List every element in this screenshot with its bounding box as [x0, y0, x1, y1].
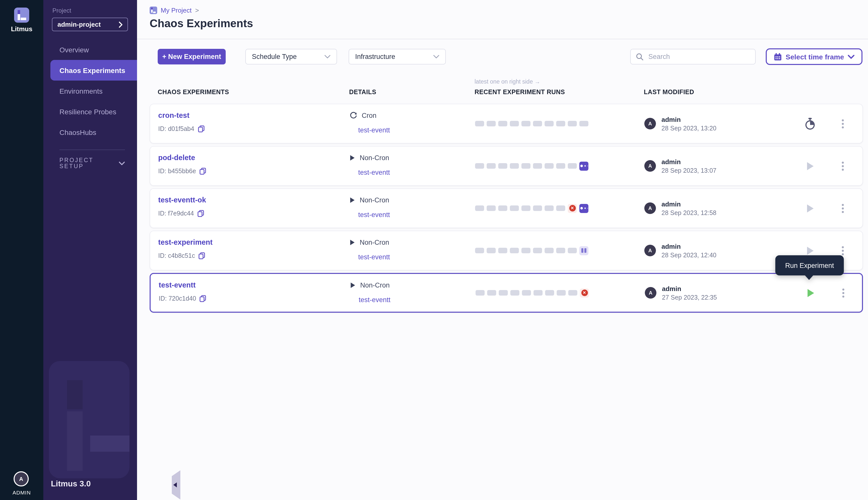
run-placeholder — [544, 121, 554, 126]
project-selector[interactable]: admin-project — [52, 18, 128, 31]
infrastructure-link[interactable]: test-eventt — [358, 211, 390, 218]
schedule-type-cell: Non-Cron — [360, 282, 390, 289]
run-status-failed-badge[interactable] — [568, 204, 577, 213]
sidebar-item-chaos-experiments[interactable]: Chaos Experiments — [50, 60, 137, 81]
infrastructure-link[interactable]: test-eventt — [359, 296, 391, 304]
run-placeholder — [487, 248, 496, 253]
last-modified-cell: A admin 27 Sep 2023, 22:35 — [645, 274, 717, 312]
experiment-id: ID: d01f5ab4 — [158, 125, 194, 133]
infrastructure-link[interactable]: test-eventt — [358, 169, 390, 176]
experiment-name-link[interactable]: test-eventt-ok — [158, 196, 206, 204]
user-avatar[interactable]: A — [14, 471, 29, 486]
recent-runs — [475, 147, 588, 185]
run-play-icon — [807, 204, 813, 212]
project-label: Project — [53, 7, 71, 14]
run-experiment-button[interactable] — [802, 189, 818, 228]
run-placeholder — [568, 248, 577, 253]
run-placeholder — [487, 121, 496, 126]
sidebar-divider — [59, 149, 125, 150]
copy-icon[interactable] — [200, 295, 206, 302]
run-status-paused-badge[interactable] — [579, 246, 588, 255]
infrastructure-select[interactable]: Infrastructure — [349, 49, 446, 65]
table-row: pod-delete ID: b455bb6e Non-Cron test-ev… — [150, 146, 863, 186]
run-placeholder — [498, 163, 507, 169]
modified-date: 27 Sep 2023, 22:35 — [662, 294, 717, 301]
experiment-name-link[interactable]: test-eventt — [159, 281, 196, 289]
breadcrumb-project-link[interactable]: My Project — [161, 7, 192, 14]
run-placeholder — [475, 248, 484, 253]
avatar: A — [644, 160, 656, 172]
breadcrumb-logo-icon — [150, 7, 157, 14]
run-placeholder — [533, 248, 542, 253]
run-placeholder — [499, 290, 508, 296]
sidebar-item-environments[interactable]: Environments — [43, 81, 137, 101]
avatar: A — [644, 202, 656, 214]
run-placeholder — [510, 248, 519, 253]
run-placeholder — [498, 248, 507, 253]
chevron-down-icon — [119, 161, 125, 165]
play-icon — [350, 282, 356, 288]
new-experiment-button[interactable]: + New Experiment — [158, 49, 226, 65]
litmus-logo-icon — [14, 8, 29, 23]
run-play-icon — [807, 162, 813, 170]
chevron-right-icon — [119, 21, 122, 27]
run-status-failed-badge[interactable] — [580, 288, 589, 297]
run-play-icon — [807, 247, 813, 254]
infrastructure-link[interactable]: test-eventt — [358, 126, 390, 134]
last-modified-cell: A admin 28 Sep 2023, 13:20 — [644, 104, 717, 143]
run-play-green-icon — [807, 289, 814, 297]
copy-icon[interactable] — [198, 125, 204, 133]
run-placeholder — [545, 290, 554, 296]
brand-name: Litmus — [0, 25, 43, 33]
run-experiment-button[interactable] — [802, 147, 818, 185]
main-content: My Project > Chaos Experiments + New Exp… — [137, 0, 868, 500]
select-time-frame-button[interactable]: Select time frame — [766, 48, 863, 65]
modified-date: 28 Sep 2023, 13:20 — [662, 125, 717, 132]
column-last-modified: LAST MODIFIED — [644, 89, 694, 96]
run-placeholder — [522, 290, 531, 296]
experiment-id: ID: 720c1d40 — [159, 295, 196, 302]
run-status-running-badge[interactable] — [579, 204, 588, 213]
sidebar: Project admin-project Overview Chaos Exp… — [43, 0, 137, 500]
run-placeholder — [556, 248, 565, 253]
run-placeholder — [510, 121, 519, 126]
run-placeholder — [510, 163, 519, 169]
search-input[interactable] — [647, 52, 750, 61]
stopwatch-icon — [804, 117, 815, 130]
experiment-name-link[interactable]: test-experiment — [158, 238, 213, 246]
play-icon — [350, 197, 355, 203]
sidebar-item-chaoshubs[interactable]: ChaosHubs — [43, 122, 137, 143]
run-placeholder — [521, 163, 530, 169]
modified-by: admin — [662, 116, 717, 123]
chevron-down-icon — [433, 55, 439, 58]
copy-icon[interactable] — [199, 252, 205, 259]
run-placeholder — [475, 121, 484, 126]
sidebar-item-resilience-probes[interactable]: Resilience Probes — [43, 101, 137, 122]
run-placeholder — [544, 205, 554, 211]
run-placeholder — [557, 290, 566, 296]
run-experiment-tooltip: Run Experiment — [775, 255, 844, 275]
sidebar-item-overview[interactable]: Overview — [43, 39, 137, 60]
project-setup-toggle[interactable]: PROJECT SETUP — [59, 157, 125, 169]
row-menu-button[interactable] — [836, 147, 849, 185]
experiment-name-link[interactable]: cron-test — [158, 111, 189, 120]
row-menu-button[interactable] — [836, 104, 849, 143]
copy-icon[interactable] — [200, 168, 206, 175]
row-menu-button[interactable] — [836, 189, 849, 228]
copy-icon[interactable] — [198, 210, 204, 217]
run-status-running-badge[interactable] — [579, 161, 588, 170]
avatar: A — [645, 287, 656, 298]
project-selector-value: admin-project — [57, 21, 101, 28]
infrastructure-link[interactable]: test-eventt — [358, 253, 390, 261]
cron-icon — [350, 112, 357, 120]
experiment-name-link[interactable]: pod-delete — [158, 154, 195, 162]
run-placeholder — [556, 205, 565, 211]
select-time-frame-label: Select time frame — [786, 53, 844, 61]
run-placeholder — [475, 205, 484, 211]
experiment-id: ID: c4b8c51c — [158, 252, 195, 259]
run-placeholder — [510, 205, 519, 211]
row-menu-button[interactable] — [837, 274, 850, 312]
experiment-id: ID: f7e9dc44 — [158, 210, 194, 217]
schedule-type-select[interactable]: Schedule Type — [245, 49, 337, 65]
run-placeholder — [568, 163, 577, 169]
